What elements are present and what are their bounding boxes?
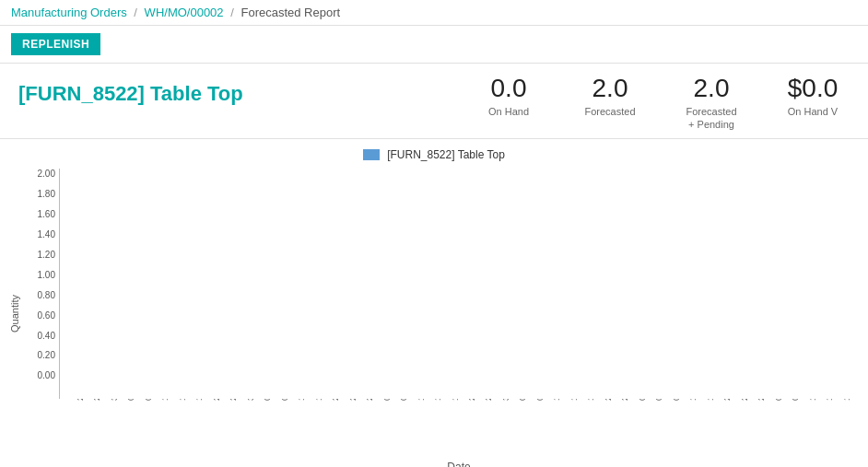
breadcrumb-separator-1: /: [134, 6, 137, 19]
x-date-label: 19 Nov 2020: [586, 399, 595, 401]
x-date-label: 14 Oct 2020: [433, 399, 442, 401]
x-date-label: 10 Oct 2020: [416, 399, 426, 401]
stat-forecasted-label: Forecasted: [573, 105, 647, 118]
x-date-label: 22 Jul 2020: [76, 399, 85, 401]
chart-area: [FURN_8522] Table Top Quantity 2.001.801…: [0, 139, 868, 467]
breadcrumb-separator-2: /: [230, 6, 234, 19]
y-axis-label: Quantity: [9, 169, 26, 459]
y-tick: 1.00: [38, 270, 55, 280]
x-date-label: 07 Aug 2020: [144, 399, 153, 401]
y-tick: 1.80: [38, 189, 55, 199]
x-date-label: 28 Sep 2020: [365, 399, 374, 401]
x-date-label: 10 Jan 2021: [808, 399, 817, 401]
y-tick: 1.20: [38, 250, 55, 260]
product-header: [FURN_8522] Table Top 0.0 On Hand 2.0 Fo…: [0, 64, 868, 139]
breadcrumb-current: Forecasted Report: [240, 6, 340, 19]
stat-on-hand-value-money: $0.0 On Hand V: [776, 75, 850, 118]
x-date-label: 19 Aug 2020: [194, 399, 204, 401]
y-axis: 2.001.801.601.401.201.000.800.600.400.20…: [26, 169, 59, 380]
x-date-label: 14 Jan 2021: [825, 399, 834, 401]
stat-on-hand: 0.0 On Hand: [472, 75, 545, 118]
x-date-label: 30 Jul 2020: [110, 399, 119, 401]
stat-forecasted-pending-value: 2.0: [674, 75, 748, 103]
stat-forecasted-value: 2.0: [573, 75, 647, 103]
x-date-label: 18 Oct 2020: [451, 399, 460, 401]
breadcrumb-link-manufacturing[interactable]: Manufacturing Orders: [11, 6, 127, 19]
x-date-label: 27 Nov 2020: [620, 399, 629, 401]
x-axis-label: Date: [9, 459, 859, 467]
legend-color-box: [363, 149, 380, 160]
x-date-label: 03 Aug 2020: [126, 399, 135, 401]
x-date-label: 17 Dec 2020: [706, 399, 715, 401]
x-axis-container: 22 Jul 202026 Jul 202030 Jul 202003 Aug …: [76, 399, 859, 459]
chart-legend: [FURN_8522] Table Top: [9, 148, 859, 161]
toolbar: REPLENISH: [0, 26, 868, 64]
x-date-label: 15 Nov 2020: [569, 399, 579, 401]
y-tick: 0.60: [38, 310, 55, 321]
x-date-label: 23 Nov 2020: [604, 399, 613, 401]
y-tick: 0.00: [38, 370, 55, 380]
chart-with-axes: 2.001.801.601.401.201.000.800.600.400.20…: [26, 169, 859, 459]
x-date-label: 06 Jan 2021: [791, 399, 800, 401]
x-date-label: 08 Sep 2020: [280, 399, 289, 401]
x-date-label: 13 Dec 2020: [688, 399, 698, 401]
breadcrumb: Manufacturing Orders / WH/MO/00002 / For…: [0, 0, 868, 26]
x-date-label: 11 Nov 2020: [552, 399, 561, 401]
x-date-label: 21 Dec 2020: [722, 399, 732, 401]
x-date-label: 27 Aug 2020: [229, 399, 238, 401]
y-tick: 2.00: [38, 169, 55, 179]
x-date-label: 26 Jul 2020: [92, 399, 101, 401]
x-date-label: 09 Dec 2020: [672, 399, 681, 401]
plot-area: [59, 169, 60, 399]
y-tick: 0.40: [38, 331, 55, 341]
x-date-label: 31 Aug 2020: [246, 399, 255, 401]
stats-row: 0.0 On Hand 2.0 Forecasted 2.0 Forecaste…: [472, 75, 850, 131]
x-date-label: 02 Oct 2020: [382, 399, 392, 401]
x-date-label: 11 Aug 2020: [160, 399, 170, 401]
x-date-label: 25 Dec 2020: [740, 399, 749, 401]
chart-container: Quantity 2.001.801.601.401.201.000.800.6…: [9, 169, 859, 459]
y-tick: 1.60: [38, 209, 55, 219]
x-date-label: 29 Dec 2020: [757, 399, 766, 401]
legend-label: [FURN_8522] Table Top: [387, 148, 505, 161]
x-date-label: 23 Aug 2020: [212, 399, 221, 401]
x-date-label: 24 Sep 2020: [348, 399, 358, 401]
breadcrumb-link-mo[interactable]: WH/MO/00002: [145, 6, 224, 19]
stat-forecasted-pending: 2.0 Forecasted + Pending: [674, 75, 748, 131]
x-date-label: 12 Sep 2020: [297, 399, 306, 401]
product-title: [FURN_8522] Table Top: [18, 75, 472, 106]
y-tick: 1.40: [38, 229, 55, 239]
x-date-label: 04 Sep 2020: [263, 399, 272, 401]
x-date-label: 20 Sep 2020: [331, 399, 340, 401]
stat-money-label: On Hand V: [776, 105, 850, 118]
x-date-label: 26 Oct 2020: [484, 399, 493, 401]
replenish-button[interactable]: REPLENISH: [11, 33, 100, 55]
x-date-label: 15 Aug 2020: [178, 399, 187, 401]
x-date-label: 30 Oct 2020: [501, 399, 510, 401]
stat-on-hand-label: On Hand: [472, 105, 545, 118]
x-date-label: 05 Dec 2020: [654, 399, 663, 401]
x-date-label: 06 Oct 2020: [399, 399, 408, 401]
x-date-label: 01 Dec 2020: [638, 399, 647, 401]
stat-forecasted-pending-label: Forecasted + Pending: [674, 105, 748, 132]
stat-on-hand-value: 0.0: [472, 75, 545, 103]
y-tick: 0.20: [38, 350, 55, 360]
x-date-label: 16 Sep 2020: [314, 399, 323, 401]
x-date-label: 07 Nov 2020: [535, 399, 545, 401]
x-date-label: 22 Oct 2020: [467, 399, 476, 401]
y-tick: 0.80: [38, 290, 55, 300]
stat-forecasted: 2.0 Forecasted: [573, 75, 647, 118]
x-date-label: 03 Nov 2020: [518, 399, 527, 401]
x-date-label: 02 Jan 2021: [774, 399, 783, 401]
x-date-label: 18 Jan 2021: [842, 399, 851, 401]
stat-money-value: $0.0: [776, 75, 850, 103]
